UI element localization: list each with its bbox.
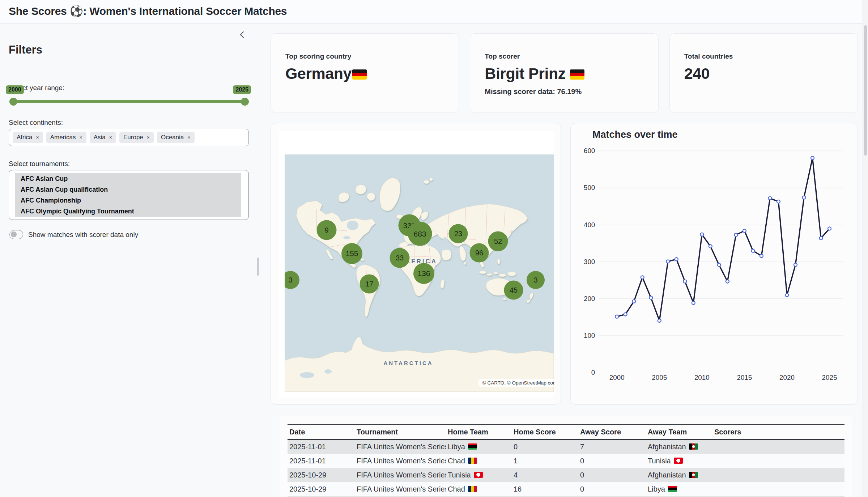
tournaments-listbox[interactable]: AFC Asian CupAFC Asian Cup qualification… [9, 170, 249, 220]
data-point [811, 156, 814, 160]
tournament-option[interactable]: AFC Asian Cup [15, 173, 241, 184]
continent-tag-label: Oceania [161, 134, 184, 141]
data-point [786, 293, 789, 297]
data-point [803, 196, 806, 199]
metric-card-top-scoring-country: Top scoring country Germany [271, 33, 459, 113]
sidebar-scrollbar-thumb[interactable] [257, 258, 259, 276]
metrics-row: Top scoring country Germany Top scorer B… [271, 33, 858, 113]
map-cluster-marker[interactable]: 683 [408, 222, 432, 246]
world-map[interactable]: AFRICAANTARCTICA 91551733336833313623965… [285, 154, 554, 392]
data-point [666, 260, 669, 263]
cell-away-score: 0 [578, 482, 646, 496]
world-map-card: AFRICAANTARCTICA 91551733336833313623965… [271, 123, 561, 405]
continent-tag-label: Americas [50, 134, 76, 141]
germany-flag-icon [352, 69, 367, 80]
y-axis-tick-label: 500 [584, 184, 595, 191]
map-cluster-marker[interactable]: 9 [317, 220, 337, 240]
page-scrollbar[interactable] [863, 0, 868, 497]
data-point [751, 249, 754, 252]
remove-tag-icon[interactable]: × [187, 135, 190, 140]
data-point [675, 258, 678, 261]
x-axis-tick-label: 2025 [822, 374, 837, 381]
column-header: Tournament [355, 424, 446, 439]
map-cluster-marker[interactable]: 52 [488, 231, 508, 251]
flag-td-icon [468, 486, 477, 492]
sidebar-collapse-button[interactable] [235, 27, 250, 42]
map-cluster-marker[interactable]: 45 [504, 281, 523, 300]
cell-scorers [712, 482, 844, 496]
metric-card-total-countries: Total countries 240 [669, 33, 858, 113]
map-cluster-marker[interactable]: 155 [341, 243, 362, 264]
metric-value: Birgit Prinz [485, 65, 643, 82]
data-point [709, 245, 712, 248]
remove-tag-icon[interactable]: × [80, 135, 82, 140]
remove-tag-icon[interactable]: × [36, 135, 39, 140]
tournament-option[interactable]: AFC Asian Cup qualification [15, 184, 241, 195]
flag-ly-icon [668, 486, 677, 492]
table-row: 2025-10-29FIFA Unites Women's SeriesTuni… [288, 468, 844, 482]
cell-scorers [712, 468, 844, 482]
map-cluster-marker[interactable]: 17 [360, 275, 379, 294]
scorer-data-toggle[interactable] [9, 230, 23, 239]
table-row: 2025-10-29FIFA Unites Women's SeriesChad… [288, 482, 844, 496]
cell-date: 2025-10-29 [288, 468, 355, 482]
table-row: 2025-11-01FIFA Unites Women's SeriesLiby… [288, 439, 844, 454]
remove-tag-icon[interactable]: × [147, 135, 150, 140]
cell-tournament: FIFA Unites Women's Series [355, 482, 446, 496]
cell-home-score: 16 [512, 482, 578, 496]
cell-home-team: Chad [446, 482, 512, 496]
map-cluster-marker[interactable]: 3 [527, 271, 545, 289]
cell-away-score: 0 [578, 468, 646, 482]
cell-away-score: 7 [578, 439, 646, 454]
data-point [632, 300, 635, 303]
flag-ly-icon [468, 443, 477, 450]
tournaments-listbox-selected-area: AFC Asian CupAFC Asian Cup qualification… [15, 173, 241, 217]
flag-tn-icon [474, 472, 483, 478]
cell-home-team: Chad [446, 454, 512, 468]
map-cluster-marker[interactable]: 96 [470, 243, 489, 263]
cell-away-team: Libya [646, 482, 712, 496]
cell-tournament: FIFA Unites Women's Series [355, 454, 446, 468]
tournament-option[interactable]: AFC Championship [15, 195, 241, 206]
year-range-slider-handle-max[interactable] [241, 98, 249, 106]
toggle-knob [11, 231, 17, 237]
x-axis-tick-label: 2020 [779, 374, 795, 381]
app-header: She Scores ⚽: Women's International Socc… [0, 0, 868, 24]
year-range-slider-track[interactable] [9, 100, 245, 103]
map-cluster-marker[interactable]: 23 [449, 224, 468, 243]
data-point [734, 233, 737, 237]
cell-home-team: Libya [446, 439, 512, 454]
metric-label: Top scorer [485, 52, 643, 60]
page-scrollbar-thumb[interactable] [864, 25, 867, 156]
cell-scorers [712, 439, 844, 454]
data-point [717, 263, 720, 267]
tournaments-label: Select tournaments: [9, 160, 70, 168]
map-cluster-marker[interactable]: 136 [413, 263, 434, 284]
flag-tn-icon [674, 458, 683, 464]
tournament-option[interactable]: AFC Olympic Qualifying Tournament [15, 206, 241, 217]
flag-td-icon [468, 458, 477, 464]
cell-away-team: Afghanistan [646, 468, 712, 482]
continent-tag-label: Africa [17, 134, 32, 141]
column-header: Away Team [646, 424, 712, 439]
page-title: She Scores ⚽: Women's International Socc… [9, 5, 287, 17]
line-series [617, 158, 830, 321]
map-cluster-marker[interactable]: 33 [390, 248, 410, 268]
column-header: Home Score [512, 424, 578, 439]
matches-over-time-chart[interactable]: 0100200300400500600200020052010201520202… [571, 123, 858, 402]
cell-away-team: Afghanistan [646, 439, 712, 454]
main-content: Top scoring country Germany Top scorer B… [260, 23, 868, 497]
continent-tag: Americas× [46, 132, 86, 143]
continent-tag: Africa× [13, 132, 43, 143]
data-point [700, 233, 703, 236]
column-header: Home Team [446, 424, 512, 439]
cell-home-score: 4 [512, 468, 578, 482]
year-range-slider-handle-min[interactable] [9, 98, 17, 106]
continents-multiselect[interactable]: Africa×Americas×Asia×Europe×Oceania× [9, 129, 249, 146]
y-axis-tick-label: 600 [584, 147, 595, 154]
map-attribution: © CARTO, © OpenStreetMap contrib [478, 379, 554, 387]
metric-caption: Missing scorer data: 76.19% [485, 88, 643, 96]
data-point [692, 301, 695, 305]
data-point [649, 296, 652, 300]
remove-tag-icon[interactable]: × [109, 135, 112, 140]
